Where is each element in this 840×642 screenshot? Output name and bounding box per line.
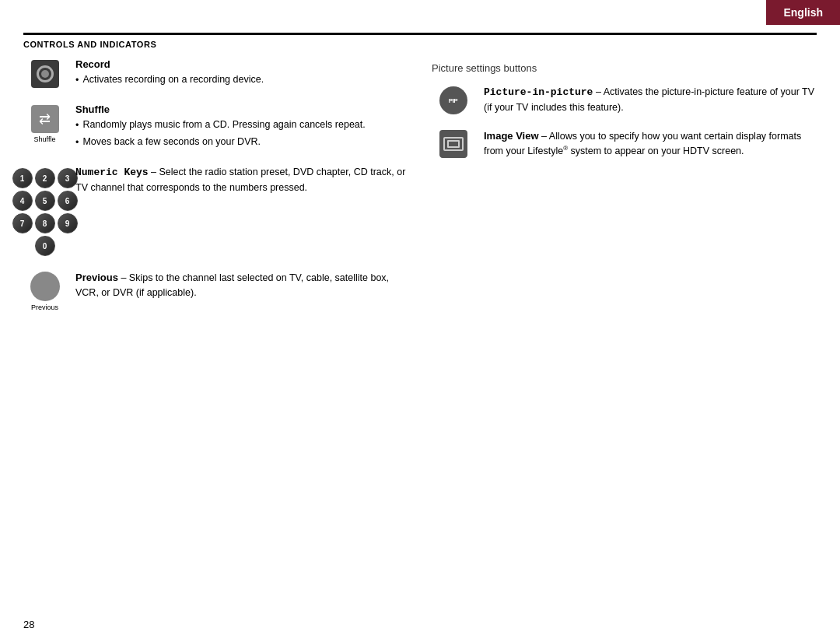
- key-9: 9: [58, 213, 78, 233]
- numeric-keypad: 1 2 3 4 5 6 7 8 9 0: [12, 168, 78, 256]
- pip-icon: PIP: [439, 86, 467, 114]
- imageview-title: Image View: [484, 130, 539, 142]
- section-header-text: Controls and Indicators: [23, 40, 156, 49]
- keypad-row-1: 1 2 3: [12, 168, 78, 188]
- shuffle-row: ⇄ Shuffle Shuffle • Randomly plays music…: [23, 103, 408, 152]
- imageview-icon: [439, 130, 467, 158]
- shuffle-icon-shape: ⇄: [39, 112, 51, 126]
- key-5: 5: [35, 191, 55, 211]
- keypad-row-3: 7 8 9: [12, 213, 78, 233]
- previous-body: Previous – Skips to the channel last sel…: [75, 270, 408, 300]
- pip-body: Picture-in-picture – Activates the pictu…: [484, 85, 817, 114]
- record-row: Record • Activates recording on a record…: [23, 58, 408, 89]
- keypad-row-2: 4 5 6: [12, 191, 78, 211]
- key-4: 4: [12, 191, 33, 211]
- shuffle-bullet-1-text: Randomly plays music from a CD. Pressing…: [82, 118, 365, 132]
- numeric-body: Numeric Keys – Select the radio station …: [75, 165, 408, 195]
- numeric-text: Numeric Keys – Select the radio station …: [75, 165, 408, 195]
- imageview-row: Image View – Allows you to specify how y…: [432, 128, 817, 159]
- pip-text: Picture-in-picture – Activates the pictu…: [484, 85, 817, 114]
- numeric-keys-row: 1 2 3 4 5 6 7 8 9 0: [23, 165, 408, 256]
- shuffle-body: • Randomly plays music from a CD. Pressi…: [75, 118, 408, 150]
- key-6: 6: [58, 191, 78, 211]
- key-0: 0: [35, 236, 55, 256]
- record-title: Record: [75, 58, 408, 70]
- pic-settings-header: Picture settings buttons: [432, 62, 817, 74]
- pip-label: PIP: [449, 97, 457, 104]
- pip-row: PIP Picture-in-picture – Activates the p…: [432, 85, 817, 114]
- key-8: 8: [35, 213, 55, 233]
- key-7: 7: [12, 213, 33, 233]
- left-column: Record • Activates recording on a record…: [23, 58, 408, 611]
- shuffle-bullet-1: • Randomly plays music from a CD. Pressi…: [75, 118, 408, 133]
- page-number: 28: [23, 619, 34, 630]
- previous-icon-cell: Previous: [23, 270, 66, 311]
- imageview-icon-outer: [443, 137, 464, 151]
- imageview-icon-inner: [447, 140, 460, 148]
- record-icon: [31, 60, 59, 88]
- bullet-symbol-3: •: [75, 135, 79, 150]
- shuffle-icon: ⇄: [31, 105, 59, 133]
- record-body: • Activates recording on a recording dev…: [75, 72, 408, 88]
- previous-title: Previous: [75, 272, 118, 283]
- key-3: 3: [58, 168, 78, 188]
- record-bullet-1: • Activates recording on a recording dev…: [75, 72, 408, 88]
- right-column: Picture settings buttons PIP Picture-in-…: [432, 58, 817, 611]
- record-icon-cell: [23, 58, 66, 88]
- bullet-symbol-2: •: [75, 118, 79, 133]
- section-header: Controls and Indicators: [23, 33, 817, 50]
- pip-icon-cell: PIP: [432, 85, 474, 114]
- key-2: 2: [35, 168, 55, 188]
- previous-label: Previous: [31, 303, 58, 311]
- record-icon-ring: [37, 65, 54, 82]
- previous-body-text: – Skips to the channel last selected on …: [75, 272, 389, 298]
- previous-icon: [30, 272, 60, 301]
- previous-text: Previous – Skips to the channel last sel…: [75, 270, 408, 300]
- pip-title: Picture-in-picture: [484, 86, 593, 98]
- shuffle-text: Shuffle • Randomly plays music from a CD…: [75, 103, 408, 152]
- record-bullet-1-text: Activates recording on a recording devic…: [82, 72, 264, 87]
- imageview-icon-cell: [432, 128, 474, 158]
- content-area: Record • Activates recording on a record…: [23, 58, 817, 611]
- shuffle-bullet-2-text: Moves back a few seconds on your DVR.: [82, 135, 261, 149]
- bullet-symbol: •: [75, 73, 79, 88]
- imageview-text: Image View – Allows you to specify how y…: [484, 128, 817, 159]
- key-1: 1: [12, 168, 33, 188]
- previous-row: Previous Previous – Skips to the channel…: [23, 270, 408, 311]
- shuffle-icon-cell: ⇄ Shuffle: [23, 103, 66, 143]
- shuffle-bullet-2: • Moves back a few seconds on your DVR.: [75, 135, 408, 150]
- numeric-icon-cell: 1 2 3 4 5 6 7 8 9 0: [23, 165, 66, 256]
- imageview-body: Image View – Allows you to specify how y…: [484, 128, 817, 159]
- numeric-title: Numeric Keys: [75, 167, 149, 178]
- language-tab: English: [766, 0, 840, 25]
- shuffle-label: Shuffle: [34, 135, 56, 143]
- registered-symbol: ®: [563, 145, 568, 152]
- record-text: Record • Activates recording on a record…: [75, 58, 408, 89]
- keypad-row-4: 0: [12, 236, 78, 256]
- shuffle-title: Shuffle: [75, 103, 408, 115]
- record-icon-dot: [41, 70, 49, 78]
